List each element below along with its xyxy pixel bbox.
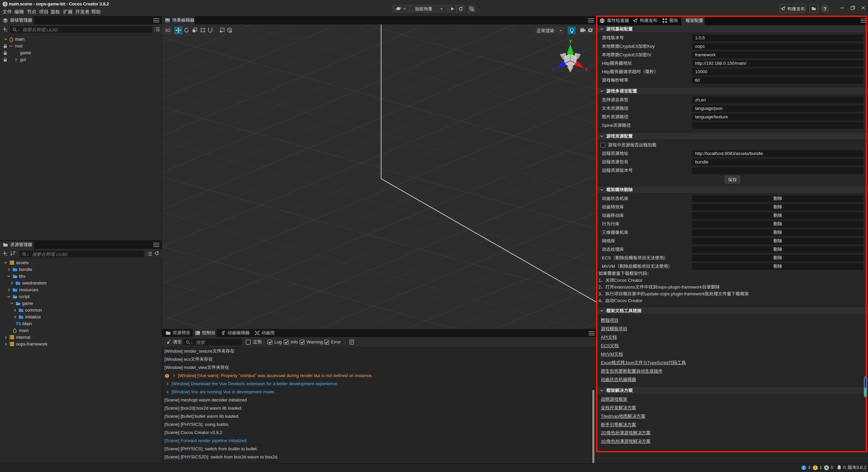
svg-text:Z: Z	[553, 67, 556, 72]
svg-text:X: X	[585, 67, 588, 72]
svg-text:i: i	[803, 466, 804, 470]
svg-text:Y: Y	[569, 39, 572, 44]
